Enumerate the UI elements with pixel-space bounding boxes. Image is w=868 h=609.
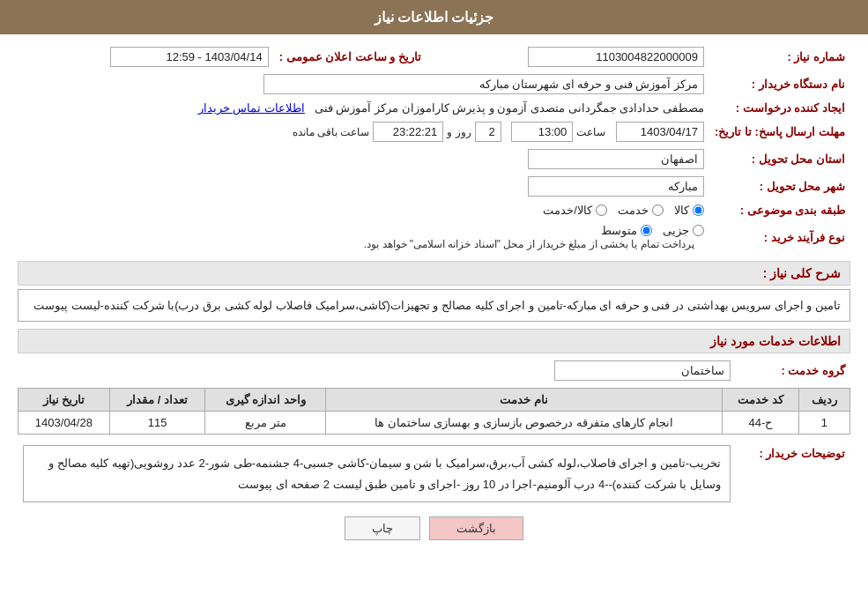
category-row: کالا خدمت کالا/خدمت bbox=[18, 200, 709, 220]
response-date-row: 1403/04/17 ساعت 13:00 2 روز و 23:22:21 س… bbox=[18, 118, 709, 145]
cell-date: 1403/04/28 bbox=[19, 412, 110, 434]
need-description-label: شرح کلی نیاز : bbox=[763, 266, 841, 280]
service-group-value: ساختمان bbox=[18, 357, 736, 384]
category-radio-both: کالا/خدمت bbox=[543, 204, 607, 217]
service-group-label: گروه خدمت : bbox=[736, 357, 850, 384]
response-date-group: 1403/04/17 ساعت 13:00 2 روز و 23:22:21 س… bbox=[23, 122, 704, 142]
purchase-radio-group: جزیی متوسط bbox=[23, 224, 704, 237]
time-label: ساعت bbox=[576, 126, 605, 138]
announce-date-box: 1403/04/14 - 12:59 bbox=[110, 47, 269, 67]
province-value: اصفهان bbox=[18, 145, 709, 173]
col-header-date: تاریخ نیاز bbox=[19, 389, 110, 412]
need-number-value: 1103004822000009 bbox=[427, 43, 709, 71]
col-header-qty: تعداد / مقدار bbox=[109, 389, 205, 412]
print-button[interactable]: چاپ bbox=[345, 516, 420, 540]
announce-date-value: 1403/04/14 - 12:59 bbox=[18, 43, 274, 71]
remaining-label: ساعت باقی مانده bbox=[293, 126, 370, 138]
need-description-section-header: شرح کلی نیاز : bbox=[18, 261, 850, 286]
purchase-radio-jozi: جزیی bbox=[663, 224, 704, 237]
services-section-header: اطلاعات خدمات مورد نیاز bbox=[18, 329, 850, 353]
need-number-box: 1103004822000009 bbox=[528, 47, 704, 67]
page-header: جزئیات اطلاعات نیاز bbox=[0, 0, 868, 34]
buyer-org-label: نام دستگاه خریدار : bbox=[709, 71, 850, 98]
radio-both[interactable] bbox=[596, 204, 607, 216]
buyer-notes-box: تخریب-تامین و اجرای فاصلاب،لوله کشی آب،ب… bbox=[23, 445, 731, 502]
col-header-unit: واحد اندازه گیری bbox=[205, 389, 326, 412]
days-label: روز و bbox=[447, 126, 471, 138]
info-table-top: شماره نیاز : 1103004822000009 تاریخ و سا… bbox=[18, 43, 850, 254]
services-section-label: اطلاعات خدمات مورد نیاز bbox=[710, 334, 841, 348]
radio-both-label: کالا/خدمت bbox=[543, 204, 592, 217]
radio-kala[interactable] bbox=[693, 204, 704, 216]
response-time-box: 13:00 bbox=[511, 122, 573, 142]
category-radio-group: کالا خدمت کالا/خدمت bbox=[23, 204, 704, 217]
cell-row: 1 bbox=[798, 412, 849, 434]
response-days-box: 2 bbox=[475, 122, 501, 142]
radio-khadamat[interactable] bbox=[652, 204, 664, 216]
city-box: مبارکه bbox=[528, 176, 704, 197]
cell-name: انجام کارهای متفرقه درخصوص بازسازی و بهس… bbox=[326, 412, 723, 434]
service-group-table: گروه خدمت : ساختمان bbox=[18, 357, 850, 384]
creator-value: مصطفی حدادادی جمگردانی متصدی آزمون و پذی… bbox=[315, 101, 704, 115]
category-radio-kala: کالا bbox=[674, 204, 704, 217]
purchase-radio-motavaset: متوسط bbox=[601, 224, 652, 237]
response-remaining-box: 23:22:21 bbox=[373, 122, 443, 142]
radio-jozi[interactable] bbox=[693, 225, 704, 236]
buyer-notes-label: توضیحات خریدار : bbox=[736, 442, 850, 506]
table-row: 1 ح-44 انجام کارهای متفرقه درخصوص بازساز… bbox=[19, 412, 850, 434]
city-label: شهر محل تحویل : bbox=[709, 173, 850, 200]
radio-jozi-label: جزیی bbox=[663, 224, 689, 237]
province-label: استان محل تحویل : bbox=[709, 145, 850, 173]
col-header-row: ردیف bbox=[798, 389, 849, 412]
response-date-box: 1403/04/17 bbox=[616, 122, 704, 142]
buyer-org-box: مرکز آموزش فنی و حرفه ای شهرستان مبارکه bbox=[263, 74, 704, 94]
buyer-notes-table: توضیحات خریدار : تخریب-تامین و اجرای فاص… bbox=[18, 442, 850, 506]
city-value: مبارکه bbox=[18, 173, 709, 200]
purchase-type-row: جزیی متوسط پرداخت تمام یا بخشی از مبلغ خ… bbox=[18, 220, 709, 254]
radio-kala-label: کالا bbox=[674, 204, 689, 217]
purchase-type-label: نوع فرآیند خرید : bbox=[709, 220, 850, 254]
col-header-code: کد خدمت bbox=[723, 389, 799, 412]
button-group: بازگشت چاپ bbox=[18, 516, 850, 540]
purchase-note: پرداخت تمام یا بخشی از مبلغ خریدار از مح… bbox=[364, 238, 694, 250]
category-radio-khadamat: خدمت bbox=[618, 204, 664, 217]
creator-label: ایجاد کننده درخواست : bbox=[709, 98, 850, 118]
creator-link[interactable]: اطلاعات تماس خریدار bbox=[198, 101, 305, 115]
radio-khadamat-label: خدمت bbox=[618, 204, 649, 217]
cell-unit: متر مربع bbox=[205, 412, 326, 434]
need-description-box: تامین و اجرای سرویس بهداشتی در فنی و حرف… bbox=[18, 289, 850, 322]
announce-date-label: تاریخ و ساعت اعلان عمومی : bbox=[274, 43, 427, 71]
page-title: جزئیات اطلاعات نیاز bbox=[375, 10, 494, 25]
services-data-table: ردیف کد خدمت نام خدمت واحد اندازه گیری ت… bbox=[18, 388, 850, 434]
col-header-name: نام خدمت bbox=[326, 389, 723, 412]
radio-motavaset[interactable] bbox=[641, 225, 652, 236]
creator-row: مصطفی حدادادی جمگردانی متصدی آزمون و پذی… bbox=[18, 98, 709, 118]
response-date-label: مهلت ارسال پاسخ: تا تاریخ: bbox=[709, 118, 850, 145]
buyer-org-value: مرکز آموزش فنی و حرفه ای شهرستان مبارکه bbox=[18, 71, 709, 98]
service-group-box: ساختمان bbox=[554, 360, 731, 381]
content-area: شماره نیاز : 1103004822000009 تاریخ و سا… bbox=[0, 34, 868, 556]
province-box: اصفهان bbox=[528, 149, 704, 169]
category-label: طبقه بندی موضوعی : bbox=[709, 200, 850, 220]
buyer-notes-value: تخریب-تامین و اجرای فاصلاب،لوله کشی آب،ب… bbox=[18, 442, 736, 506]
need-number-label: شماره نیاز : bbox=[709, 43, 850, 71]
back-button[interactable]: بازگشت bbox=[429, 516, 523, 540]
cell-code: ح-44 bbox=[723, 412, 799, 434]
radio-motavaset-label: متوسط bbox=[601, 224, 637, 237]
cell-quantity: 115 bbox=[109, 412, 205, 434]
page-wrapper: جزئیات اطلاعات نیاز شماره نیاز : 1103004… bbox=[0, 0, 868, 609]
